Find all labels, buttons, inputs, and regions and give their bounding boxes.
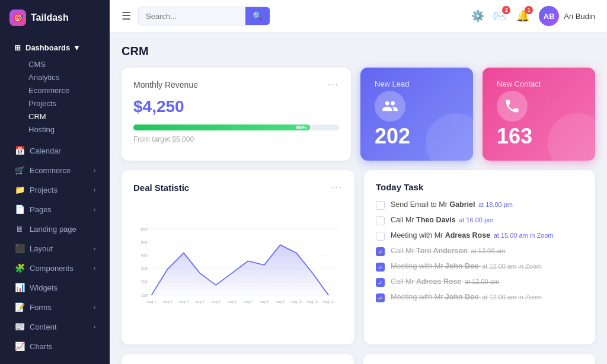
content-icon: 📰	[14, 322, 25, 331]
revenue-card-header: Monthly Revenue ···	[133, 79, 339, 90]
sidebar-item-pages[interactable]: 📄 Pages ›	[5, 200, 105, 219]
main-content: ☰ 🔍 ⚙️ ✉️ 2 🔔 1 AB Ari Budin CRM	[110, 0, 607, 364]
sidebar-landing-label: Landing page	[30, 225, 76, 234]
new-contact-card: New Contact 163	[483, 68, 595, 161]
user-name: Ari Budin	[564, 12, 595, 21]
task-checkbox-checked[interactable]: ✓	[376, 278, 385, 287]
logo-icon: 🎯	[9, 9, 26, 26]
progress-label: 86%	[296, 124, 306, 130]
sidebar-content-label: Content	[30, 323, 57, 331]
charts-icon: 📈	[14, 341, 25, 351]
task-time: at 12.00 am in Zoom	[482, 293, 542, 301]
sidebar-item-widgets[interactable]: 📊 Widgets	[5, 278, 105, 297]
chevron-right-icon: ›	[94, 245, 95, 252]
chevron-right-icon: ›	[94, 167, 95, 174]
chart-area: 600 500 400 300 200 100	[133, 200, 343, 333]
sidebar-calendar-label: Calendar	[30, 146, 61, 155]
task-time: at 12.00 am	[471, 247, 505, 254]
task-text: Meeting with Mr Adreas Rose at 15.00 am …	[391, 231, 554, 240]
deal-card-title: Deal Statistic	[133, 183, 189, 193]
revenue-card-menu[interactable]: ···	[328, 79, 339, 90]
task-text: Call Mr Toni Anderson at 12.00 am	[391, 247, 505, 255]
new-contact-content: New Contact 163	[497, 79, 541, 149]
today-task-card: Today Task Send Email to Mr Gabriel at 1…	[364, 170, 595, 344]
sidebar-projects-label: Projects	[30, 186, 57, 194]
sidebar-item-layout[interactable]: ⬛ Layout ›	[5, 239, 105, 258]
task-item: Meeting with Mr Adreas Rose at 15.00 am …	[376, 231, 583, 241]
components-icon: 🧩	[14, 263, 25, 273]
sidebar-dashboards-label: Dashboards	[25, 43, 70, 52]
sidebar-item-ecommerce[interactable]: Ecommerce	[5, 84, 105, 96]
sidebar-forms-label: Forms	[30, 303, 52, 312]
hamburger-icon[interactable]: ☰	[122, 9, 131, 23]
search-button[interactable]: 🔍	[245, 7, 270, 25]
search-input[interactable]	[139, 8, 245, 25]
new-lead-count: 202	[375, 124, 410, 149]
calendar-icon: 📅	[14, 146, 25, 155]
avatar: AB	[539, 6, 559, 26]
svg-text:Aug 11: Aug 11	[306, 299, 318, 304]
new-contact-count: 163	[497, 124, 541, 149]
task-checkbox-checked[interactable]: ✓	[376, 293, 385, 302]
sidebar-item-components[interactable]: 🧩 Components ›	[5, 258, 105, 277]
new-lead-card: New Lead 202	[360, 68, 473, 161]
task-checkbox[interactable]	[376, 216, 385, 225]
svg-text:300: 300	[140, 267, 148, 271]
sidebar-item-content[interactable]: 📰 Content ›	[5, 317, 105, 336]
sidebar-item-analytics[interactable]: Analytics	[5, 71, 105, 83]
ecommerce-icon: 🛒	[14, 165, 25, 175]
svg-text:Aug 10: Aug 10	[290, 299, 302, 304]
task-checkbox-checked[interactable]: ✓	[376, 263, 385, 272]
logo[interactable]: 🎯 Taildash	[0, 0, 110, 36]
task-person: Adreas Rose	[416, 277, 461, 286]
task-person: John Doe	[445, 262, 479, 270]
svg-text:Aug 2: Aug 2	[163, 299, 173, 304]
sidebar-item-projects[interactable]: Projects	[5, 97, 105, 109]
sidebar-item-hosting[interactable]: Hosting	[5, 123, 105, 135]
task-checkbox[interactable]	[376, 201, 385, 210]
new-contact-icon-wrap	[497, 91, 528, 122]
task-time: at 15.00 am in Zoom	[494, 232, 554, 239]
deal-statistic-card: Deal Statistic ··· 600 500	[122, 170, 354, 344]
chevron-right-icon: ›	[94, 304, 95, 311]
deal-card-menu[interactable]: ···	[331, 182, 343, 193]
sidebar-item-cms[interactable]: CMS	[5, 58, 105, 70]
sidebar-item-crm[interactable]: CRM	[5, 110, 105, 122]
settings-icon-wrap[interactable]: ⚙️	[471, 9, 484, 23]
footer-row: Recent Leads ··· Deal Pipeline ···	[122, 354, 595, 364]
user-avatar-wrap[interactable]: AB Ari Budin	[539, 6, 595, 26]
svg-text:Aug 1: Aug 1	[147, 299, 157, 304]
bell-badge: 1	[525, 6, 533, 14]
recent-leads-card: Recent Leads ···	[122, 354, 354, 364]
bell-icon-wrap[interactable]: 🔔 1	[516, 9, 529, 23]
stat-bg-decoration	[426, 113, 473, 161]
sidebar-item-projects-nav[interactable]: 📁 Projects ›	[5, 180, 105, 199]
task-item: Send Email to Mr Gabriel at 18.00 pm	[376, 200, 583, 210]
header-icons: ⚙️ ✉️ 2 🔔 1 AB Ari Budin	[471, 6, 595, 26]
chevron-right-icon: ›	[94, 324, 95, 330]
sidebar-item-forms[interactable]: 📝 Forms ›	[5, 298, 105, 317]
svg-text:200: 200	[140, 280, 148, 284]
sidebar-widgets-label: Widgets	[30, 283, 57, 292]
today-task-title: Today Task	[376, 182, 583, 192]
sidebar-layout-label: Layout	[30, 244, 53, 253]
progress-bar-fill: 86%	[133, 124, 310, 130]
task-text: Call Mr Theo Davis at 16.00 pm	[391, 216, 493, 224]
sidebar-charts-label: Charts	[30, 342, 52, 351]
task-time: at 18.00 pm	[478, 201, 513, 208]
svg-text:Aug 7: Aug 7	[244, 299, 254, 304]
mail-icon-wrap[interactable]: ✉️ 2	[494, 9, 507, 23]
sidebar-item-ecommerce-nav[interactable]: 🛒 Ecommerce ›	[5, 161, 105, 180]
sidebar-item-calendar[interactable]: 📅 Calendar	[5, 141, 105, 160]
sidebar-item-dashboards[interactable]: ⊞ Dashboards ▾	[5, 39, 105, 57]
sidebar-item-landing[interactable]: 🖥 Landing page	[5, 219, 105, 238]
svg-text:100: 100	[140, 293, 148, 298]
task-checkbox-checked[interactable]: ✓	[376, 247, 385, 256]
new-lead-label: New Lead	[375, 79, 410, 88]
sidebar-dashboards-section: ⊞ Dashboards ▾ CMS Analytics Ecommerce P…	[0, 36, 110, 138]
sidebar-item-charts[interactable]: 📈 Charts	[5, 337, 105, 356]
task-checkbox[interactable]	[376, 232, 385, 241]
sidebar-nav-section: 📅 Calendar 🛒 Ecommerce › 📁 Projects › 📄 …	[0, 138, 110, 359]
task-person: John Doe	[445, 293, 479, 301]
widgets-icon: 📊	[14, 283, 25, 292]
